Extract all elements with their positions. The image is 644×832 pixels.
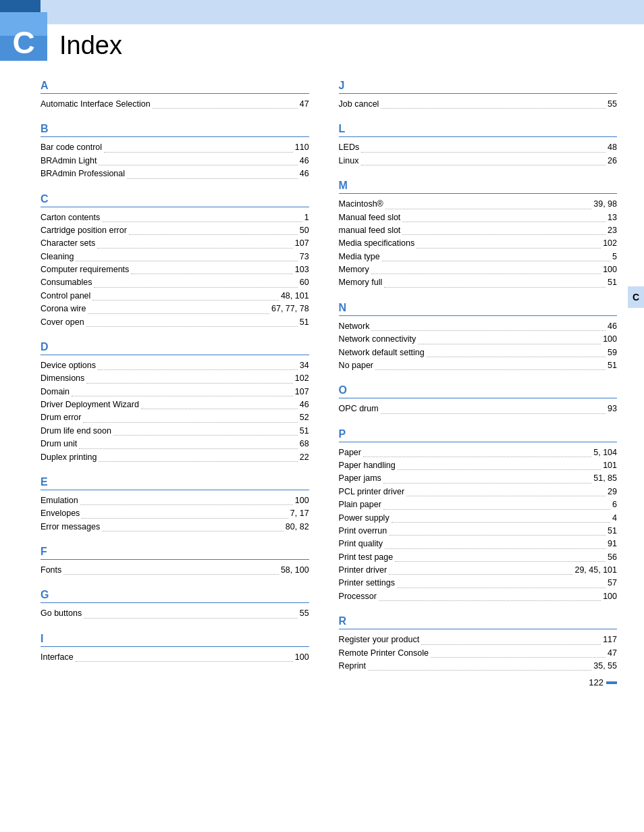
entry-name: Memory bbox=[339, 263, 369, 276]
entry-page: 1 bbox=[304, 211, 309, 224]
entry-name: Computer requirements bbox=[41, 263, 129, 276]
section-letter-p: P bbox=[339, 428, 617, 440]
index-entry: PCL printer driver29 bbox=[339, 486, 617, 498]
entry-dots bbox=[79, 438, 298, 448]
entry-dots bbox=[82, 507, 288, 518]
section-divider bbox=[41, 646, 309, 647]
section-divider bbox=[339, 136, 617, 137]
entry-page: 51, 85 bbox=[593, 472, 617, 485]
entry-page: 101 bbox=[603, 459, 617, 472]
section-divider bbox=[41, 490, 309, 490]
entry-name: Remote Printer Console bbox=[339, 647, 429, 660]
index-entry: Plain paper6 bbox=[339, 498, 617, 511]
entry-page: 51 bbox=[300, 425, 309, 438]
entry-dots bbox=[76, 651, 293, 662]
entry-name: Power supply bbox=[339, 512, 390, 525]
entry-page: 48 bbox=[608, 141, 617, 154]
entry-page: 48, 101 bbox=[281, 290, 309, 303]
entry-page: 26 bbox=[608, 155, 617, 167]
index-entry: Cartridge position error50 bbox=[41, 224, 309, 237]
index-entry: Manual feed slot13 bbox=[339, 211, 617, 224]
entry-page: 68 bbox=[300, 438, 309, 450]
entry-dots bbox=[76, 251, 297, 261]
entry-dots bbox=[86, 372, 292, 383]
entry-name: BRAdmin Light bbox=[41, 155, 97, 167]
index-entry: Interface100 bbox=[41, 651, 309, 664]
entry-page: 51 bbox=[608, 276, 617, 289]
entry-page: 100 bbox=[603, 590, 617, 603]
section-l: LLEDs48Linux26 bbox=[339, 123, 617, 167]
entry-dots bbox=[375, 359, 606, 370]
entry-page: 51 bbox=[300, 316, 309, 329]
entry-page: 103 bbox=[295, 263, 309, 276]
entry-dots bbox=[402, 224, 606, 235]
entry-name: Printer driver bbox=[339, 564, 387, 577]
entry-name: Linux bbox=[339, 155, 359, 167]
entry-name: Bar code control bbox=[41, 141, 102, 154]
entry-page: 46 bbox=[608, 320, 617, 333]
entry-name: Automatic Interface Selection bbox=[41, 98, 151, 111]
entry-page: 47 bbox=[608, 647, 617, 660]
entry-dots bbox=[102, 521, 284, 531]
entry-dots bbox=[402, 211, 606, 222]
index-entry: Network default setting59 bbox=[339, 346, 617, 359]
entry-page: 57 bbox=[608, 577, 617, 590]
entry-page: 5, 104 bbox=[593, 446, 617, 459]
entry-dots bbox=[102, 211, 302, 222]
entry-dots bbox=[418, 333, 601, 344]
index-entry: Error messages80, 82 bbox=[41, 521, 309, 534]
index-entry: OPC drum93 bbox=[339, 402, 617, 415]
section-o: OOPC drum93 bbox=[339, 384, 617, 415]
index-entry: Reprint35, 55 bbox=[339, 660, 617, 673]
entry-name: Paper bbox=[339, 446, 361, 459]
entry-dots bbox=[361, 141, 606, 152]
index-entry: Network connectivity100 bbox=[339, 333, 617, 346]
index-entry: Print test page56 bbox=[339, 551, 617, 564]
entry-dots bbox=[86, 316, 298, 327]
entry-dots bbox=[381, 98, 606, 109]
entry-name: Error messages bbox=[41, 521, 100, 534]
entry-name: Register your product bbox=[339, 633, 420, 646]
entry-page: 73 bbox=[300, 251, 309, 263]
index-entry: Paper handling101 bbox=[339, 459, 617, 472]
entry-page: 59 bbox=[608, 346, 617, 359]
index-entry: Media type5 bbox=[339, 251, 617, 263]
index-entry: Print quality91 bbox=[339, 538, 617, 550]
index-entry: Register your product117 bbox=[339, 633, 617, 646]
entry-name: Memory full bbox=[339, 276, 383, 289]
entry-dots bbox=[99, 155, 297, 165]
entry-dots bbox=[153, 98, 298, 109]
entry-name: Go buttons bbox=[41, 607, 82, 620]
entry-name: OPC drum bbox=[339, 402, 379, 415]
entry-name: Manual feed slot bbox=[339, 211, 401, 224]
section-n: NNetwork46Network connectivity100Network… bbox=[339, 302, 617, 373]
index-entry: Drum life end soon51 bbox=[41, 425, 309, 438]
chapter-block: C bbox=[0, 12, 47, 61]
index-entry: Paper jams51, 85 bbox=[339, 472, 617, 485]
index-entry: Printer driver29, 45, 101 bbox=[339, 564, 617, 577]
entry-page: 107 bbox=[295, 386, 309, 398]
entry-dots bbox=[80, 494, 293, 505]
entry-page: 47 bbox=[300, 98, 309, 111]
entry-dots bbox=[63, 564, 279, 575]
index-entry: Computer requirements103 bbox=[41, 263, 309, 276]
main-content: AAutomatic Interface Selection47BBar cod… bbox=[0, 68, 644, 700]
index-entry: Consumables60 bbox=[41, 276, 309, 289]
entry-name: BRAdmin Professional bbox=[41, 167, 125, 180]
section-divider bbox=[339, 315, 617, 316]
entry-name: Print quality bbox=[339, 538, 383, 550]
entry-dots bbox=[361, 155, 606, 165]
section-letter-j: J bbox=[339, 80, 617, 92]
entry-page: 80, 82 bbox=[286, 521, 309, 534]
entry-page: 46 bbox=[300, 398, 309, 411]
entry-page: 6 bbox=[612, 498, 617, 511]
page-number-box bbox=[606, 681, 617, 684]
section-letter-g: G bbox=[41, 589, 309, 601]
entry-name: Control panel bbox=[41, 290, 90, 303]
index-entry: Emulation100 bbox=[41, 494, 309, 507]
entry-dots bbox=[417, 237, 601, 248]
entry-page: 56 bbox=[608, 551, 617, 564]
section-a: AAutomatic Interface Selection47 bbox=[41, 80, 309, 111]
entry-dots bbox=[363, 446, 591, 457]
section-f: FFonts58, 100 bbox=[41, 546, 309, 577]
